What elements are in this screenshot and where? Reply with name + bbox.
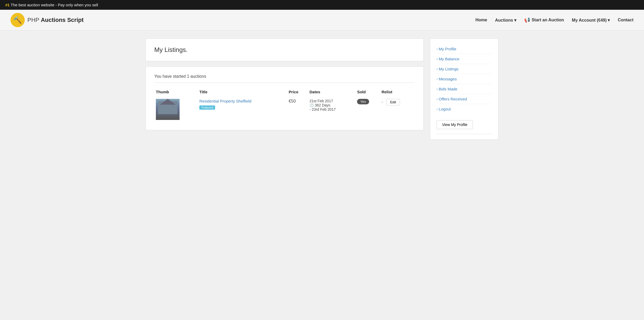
sidebar-link-offers-received[interactable]: › Offers Received <box>437 97 492 101</box>
sidebar-item-bids-made[interactable]: › Bids Made <box>437 84 492 94</box>
relist-dash: - <box>382 100 383 104</box>
sidebar-link-messages[interactable]: › Messages <box>437 77 492 81</box>
nav-my-account[interactable]: My Account (€49) ▾ <box>572 18 610 23</box>
sidebar-link-bids-made[interactable]: › Bids Made <box>437 87 492 91</box>
sidebar-link-my-profile[interactable]: › My Profile <box>437 47 492 51</box>
chevron-icon: › <box>437 67 438 71</box>
sidebar-link-logout[interactable]: › Logout <box>437 107 492 111</box>
page-title: My Listings. <box>154 46 415 54</box>
col-thumb: Thumb <box>154 88 198 96</box>
chevron-icon: › <box>437 57 438 61</box>
nav-contact[interactable]: Contact <box>618 18 633 22</box>
col-price: Price <box>287 88 308 96</box>
auctions-summary: You have started 1 auctions <box>154 74 415 83</box>
nav-auctions[interactable]: Auctions ▾ <box>495 18 516 23</box>
clock-icon: 🕐 <box>310 103 314 107</box>
sidebar-item-logout[interactable]: › Logout <box>437 104 492 114</box>
page-content: My Listings. You have started 1 auctions… <box>138 38 506 140</box>
sidebar: › My Profile › My Balance › My Listings <box>430 38 498 140</box>
top-banner: #1 The best auction website - Pay only w… <box>0 0 644 10</box>
listing-thumbnail <box>156 99 180 120</box>
main-area: My Listings. You have started 1 auctions… <box>146 38 424 130</box>
listing-date-start: 21st Feb 2017 <box>310 99 333 103</box>
listing-price-cell: €50 <box>287 96 308 123</box>
banner-hash: #1 <box>5 3 10 7</box>
banner-text: The best auction website - Pay only when… <box>11 3 98 7</box>
listing-date-end: - 23rd Feb 2017 <box>310 107 336 111</box>
nav-home[interactable]: Home <box>475 18 487 22</box>
sold-badge: Yes <box>357 99 369 104</box>
listing-sold-cell: Yes <box>355 96 380 123</box>
chevron-icon: › <box>437 107 438 111</box>
main-nav: Home Auctions ▾ 📢 Start an Auction My Ac… <box>475 17 633 23</box>
logo-icon: 🔨 <box>11 13 25 27</box>
site-header: 🔨 PHP Auctions Script Home Auctions ▾ 📢 … <box>0 10 644 31</box>
megaphone-icon: 📢 <box>524 17 530 23</box>
col-title: Title <box>198 88 287 96</box>
col-relist: Relist <box>380 88 415 96</box>
sidebar-item-my-profile[interactable]: › My Profile <box>437 44 492 54</box>
sidebar-link-my-listings[interactable]: › My Listings <box>437 67 492 71</box>
featured-badge: Featured <box>199 105 215 110</box>
chevron-icon: › <box>437 77 438 81</box>
sidebar-card: › My Profile › My Balance › My Listings <box>430 38 498 140</box>
listings-card: You have started 1 auctions Thumb Title … <box>146 66 424 130</box>
sidebar-item-offers-received[interactable]: › Offers Received <box>437 94 492 104</box>
nav-start-auction[interactable]: 📢 Start an Auction <box>524 17 564 23</box>
sidebar-item-my-balance[interactable]: › My Balance <box>437 54 492 64</box>
table-row: Residential Property Sheffield Featured … <box>154 96 415 123</box>
logo-link[interactable]: 🔨 PHP Auctions Script <box>11 13 84 27</box>
listing-days: 362 Days <box>315 103 330 107</box>
listing-dates-cell: 21st Feb 2017 🕐 362 Days - 23rd Feb 2017 <box>308 96 356 123</box>
listing-thumb-cell <box>154 96 198 123</box>
view-my-profile-button[interactable]: View My Profile <box>437 120 473 129</box>
edit-button[interactable]: Edit <box>386 99 400 105</box>
sidebar-divider <box>437 134 492 134</box>
listing-title-link[interactable]: Residential Property Sheffield <box>199 99 285 103</box>
listings-table: Thumb Title Price Dates Sold Relist <box>154 88 415 123</box>
sidebar-nav: › My Profile › My Balance › My Listings <box>437 44 492 114</box>
sidebar-item-my-listings[interactable]: › My Listings <box>437 64 492 74</box>
title-card: My Listings. <box>146 38 424 61</box>
chevron-icon: › <box>437 87 438 91</box>
chevron-icon: › <box>437 47 438 51</box>
sidebar-item-messages[interactable]: › Messages <box>437 74 492 84</box>
listing-relist-cell: - Edit <box>380 96 415 123</box>
chevron-icon: › <box>437 97 438 101</box>
listing-title-cell: Residential Property Sheffield Featured <box>198 96 287 123</box>
col-sold: Sold <box>355 88 380 96</box>
col-dates: Dates <box>308 88 356 96</box>
logo-text: PHP Auctions Script <box>27 17 84 23</box>
sidebar-link-my-balance[interactable]: › My Balance <box>437 57 492 61</box>
